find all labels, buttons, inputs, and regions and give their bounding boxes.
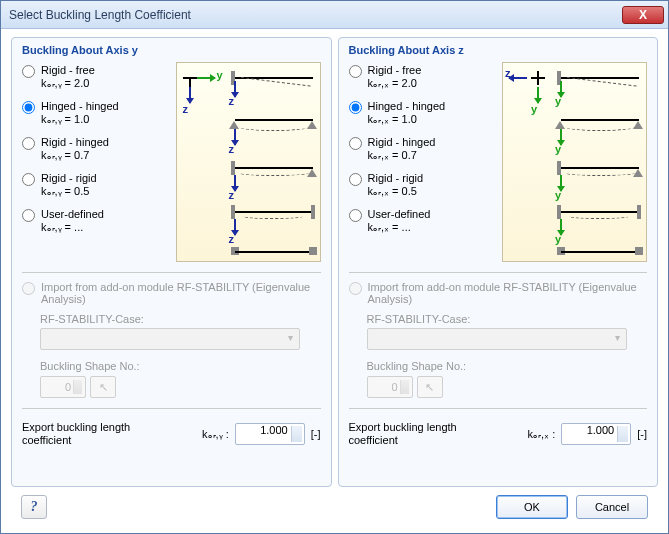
divider (22, 272, 321, 273)
radio-y-rigid-rigid[interactable]: Rigid - rigidkₒᵣ,ᵧ = 0.5 (22, 172, 170, 198)
divider (349, 408, 648, 409)
panel-axis-y: Buckling About Axis y Rigid - freekₒᵣ,ᵧ … (11, 37, 332, 487)
axis-y-arrow-icon (197, 77, 215, 79)
panel-axis-z: Buckling About Axis z Rigid - freekₒᵣ,ₓ … (338, 37, 659, 487)
coef-label: kₒᵣ,ₓ : (528, 428, 556, 441)
stability-case-select (40, 328, 300, 350)
radio-y-rigid-hinged[interactable]: Rigid - hingedkₒᵣ,ᵧ = 0.7 (22, 136, 170, 162)
close-button[interactable]: X (622, 6, 664, 24)
diagram-y: y z z z (176, 62, 321, 262)
cancel-button[interactable]: Cancel (576, 495, 648, 519)
coef-label: kₒᵣ,ᵧ : (202, 428, 229, 441)
axis-z-label: z (183, 103, 189, 115)
window-title: Select Buckling Length Coefficient (9, 8, 622, 22)
section-icon (531, 77, 545, 79)
dialog-body: Buckling About Axis y Rigid - freekₒᵣ,ᵧ … (1, 29, 668, 533)
radio-z-rigid-rigid[interactable]: Rigid - rigidkₒᵣ,ₓ = 0.5 (349, 172, 497, 198)
panels-row: Buckling About Axis y Rigid - freekₒᵣ,ᵧ … (11, 37, 658, 487)
radio-z-rigid-free[interactable]: Rigid - freekₒᵣ,ₓ = 2.0 (349, 64, 497, 90)
radio-y-hinged-hinged[interactable]: Hinged - hingedkₒᵣ,ᵧ = 1.0 (22, 100, 170, 126)
options-row-z: Rigid - freekₒᵣ,ₓ = 2.0 Hinged - hingedk… (349, 62, 648, 262)
dialog-window: Select Buckling Length Coefficient X Buc… (0, 0, 669, 534)
unit-label: [-] (637, 428, 647, 440)
pick-icon: ↖ (425, 381, 434, 394)
ok-button[interactable]: OK (496, 495, 568, 519)
radio-y-import-stability: Import from add-on module RF-STABILITY (… (22, 281, 321, 305)
options-row-y: Rigid - freekₒᵣ,ᵧ = 2.0 Hinged - hingedk… (22, 62, 321, 262)
radio-group-z: Rigid - freekₒᵣ,ₓ = 2.0 Hinged - hingedk… (349, 62, 497, 262)
radio-z-user-defined[interactable]: User-definedkₒᵣ,ₓ = ... (349, 208, 497, 234)
axis-y-arrow-icon (537, 87, 539, 103)
export-row-z: Export buckling length coefficient kₒᵣ,ₓ… (349, 421, 648, 447)
buckling-shape-label: Buckling Shape No.: (40, 360, 321, 372)
axis-y-label: y (531, 103, 537, 115)
help-button[interactable]: ? (21, 495, 47, 519)
axis-z-arrow-icon (509, 77, 527, 79)
stability-case-label: RF-STABILITY-Case: (40, 313, 321, 325)
radio-z-rigid-hinged[interactable]: Rigid - hingedkₒᵣ,ₓ = 0.7 (349, 136, 497, 162)
titlebar: Select Buckling Length Coefficient X (1, 1, 668, 29)
shape-row-y: 0 ↖ (40, 376, 321, 398)
divider (22, 408, 321, 409)
pick-icon: ↖ (99, 381, 108, 394)
buckling-shape-stepper: 0 (40, 376, 86, 398)
buckling-shape-stepper: 0 (367, 376, 413, 398)
stability-case-label: RF-STABILITY-Case: (367, 313, 648, 325)
export-label: Export buckling length coefficient (22, 421, 152, 447)
radio-group-y: Rigid - freekₒᵣ,ᵧ = 2.0 Hinged - hingedk… (22, 62, 170, 262)
help-icon: ? (31, 499, 38, 515)
export-label: Export buckling length coefficient (349, 421, 479, 447)
export-coef-input-z[interactable]: 1.000 (561, 423, 631, 445)
unit-label: [-] (311, 428, 321, 440)
panel-title-y: Buckling About Axis y (22, 44, 321, 56)
diagram-z: z y y y (502, 62, 647, 262)
export-coef-input-y[interactable]: 1.000 (235, 423, 305, 445)
radio-y-rigid-free[interactable]: Rigid - freekₒᵣ,ᵧ = 2.0 (22, 64, 170, 90)
axis-y-label: y (217, 69, 223, 81)
dialog-footer: ? OK Cancel (11, 487, 658, 527)
stability-case-select (367, 328, 627, 350)
import-block-z: Import from add-on module RF-STABILITY (… (349, 281, 648, 398)
pick-shape-button: ↖ (90, 376, 116, 398)
buckling-shape-label: Buckling Shape No.: (367, 360, 648, 372)
shape-row-z: 0 ↖ (367, 376, 648, 398)
axis-z-arrow-icon (189, 87, 191, 103)
close-icon: X (639, 8, 647, 22)
import-block-y: Import from add-on module RF-STABILITY (… (22, 281, 321, 398)
radio-z-hinged-hinged[interactable]: Hinged - hingedkₒᵣ,ₓ = 1.0 (349, 100, 497, 126)
radio-y-user-defined[interactable]: User-definedkₒᵣ,ᵧ = ... (22, 208, 170, 234)
axis-z-label: z (505, 67, 511, 79)
divider (349, 272, 648, 273)
pick-shape-button: ↖ (417, 376, 443, 398)
panel-title-z: Buckling About Axis z (349, 44, 648, 56)
radio-z-import-stability: Import from add-on module RF-STABILITY (… (349, 281, 648, 305)
export-row-y: Export buckling length coefficient kₒᵣ,ᵧ… (22, 421, 321, 447)
